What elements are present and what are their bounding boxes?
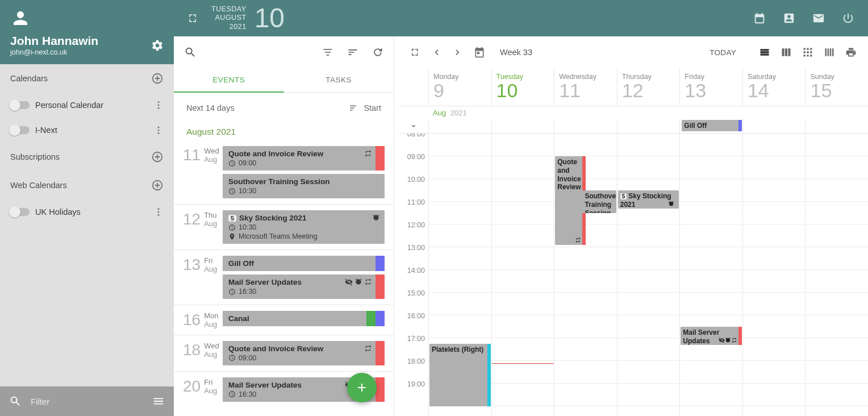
day-column[interactable]: Quote and Invoice ReviewSouthover Traini… bbox=[554, 134, 617, 416]
calendar-event[interactable]: Quote and Invoice Review bbox=[555, 156, 586, 245]
allday-cell[interactable] bbox=[742, 119, 806, 133]
hour-label: 13:00 bbox=[399, 244, 428, 267]
event-title: Quote and Invoice Review bbox=[228, 344, 372, 353]
sort-button[interactable]: Start bbox=[349, 103, 381, 113]
topbar-dayname: TUESDAY bbox=[211, 5, 247, 14]
user-name: John Hannawin bbox=[10, 34, 98, 47]
agenda-day: 16MonAugCanal bbox=[174, 305, 394, 335]
more-icon[interactable] bbox=[153, 100, 164, 110]
day-number: 13 bbox=[183, 257, 201, 273]
agenda-event[interactable]: Canal bbox=[223, 311, 385, 326]
next-week-icon[interactable] bbox=[452, 47, 464, 58]
day-column[interactable]: Mail Server Updates bbox=[679, 134, 742, 416]
settings-icon[interactable] bbox=[151, 39, 164, 52]
calendar-event[interactable]: 5Sky Stocking 2021 bbox=[618, 190, 679, 209]
calendar-event[interactable]: Platelets (Right) bbox=[429, 344, 491, 406]
hour-label: 10:00 bbox=[399, 176, 428, 198]
hour-label: 12:00 bbox=[399, 221, 428, 244]
search-icon[interactable] bbox=[9, 395, 22, 407]
add-event-fab[interactable] bbox=[347, 373, 377, 402]
view-multi-icon[interactable] bbox=[824, 47, 835, 58]
allday-event[interactable]: Gill Off bbox=[682, 120, 742, 131]
toggle-switch[interactable] bbox=[9, 206, 30, 218]
allday-cell[interactable] bbox=[617, 119, 680, 133]
section-subscriptions[interactable]: Subscriptions bbox=[6, 143, 168, 171]
agenda-event[interactable]: 5Sky Stocking 2021 10:30 Microsoft Teams… bbox=[223, 210, 385, 244]
allday-cell[interactable] bbox=[428, 119, 491, 133]
allday-cell[interactable]: Gill Off bbox=[679, 119, 742, 133]
toggle-switch[interactable] bbox=[9, 99, 30, 111]
calendar-event[interactable]: Southover Training Session bbox=[582, 190, 616, 213]
today-icon[interactable] bbox=[474, 47, 485, 58]
agenda-event[interactable]: Quote and Invoice Review 09:00 bbox=[223, 341, 385, 365]
contacts-app-icon[interactable] bbox=[783, 12, 795, 24]
agenda-event[interactable]: Mail Server Updates 16:30 bbox=[223, 274, 385, 299]
sort-icon[interactable] bbox=[347, 47, 358, 58]
calendar-item-personal: Personal Calendar bbox=[6, 93, 168, 118]
add-webcalendar-icon[interactable] bbox=[151, 179, 164, 192]
day-header[interactable]: Saturday14 bbox=[742, 68, 806, 106]
agenda-event[interactable]: Gill Off bbox=[223, 256, 385, 271]
agenda-day: 13FriAugGill OffMail Server Updates 16:3… bbox=[174, 249, 394, 305]
tab-events[interactable]: EVENTS bbox=[174, 68, 284, 93]
day-number: 11 bbox=[183, 147, 201, 163]
fullscreen-icon[interactable] bbox=[187, 13, 199, 24]
fullscreen-icon[interactable] bbox=[410, 47, 420, 57]
allday-cell[interactable] bbox=[805, 119, 868, 133]
view-week-icon[interactable] bbox=[781, 47, 792, 58]
prev-week-icon[interactable] bbox=[431, 47, 442, 58]
add-subscription-icon[interactable] bbox=[151, 151, 164, 163]
agenda-event[interactable]: Southover Training Session 10:30 bbox=[223, 174, 385, 198]
mail-app-icon[interactable] bbox=[812, 12, 825, 24]
tab-tasks[interactable]: TASKS bbox=[284, 68, 394, 92]
day-header[interactable]: Monday9 bbox=[428, 68, 491, 106]
day-header[interactable]: Tuesday10 bbox=[491, 68, 554, 106]
search-icon[interactable] bbox=[184, 46, 197, 59]
day-column[interactable]: 5Sky Stocking 2021 bbox=[617, 134, 680, 416]
more-icon[interactable] bbox=[153, 207, 164, 217]
sidebar: John Hannawin john@i-next.co.uk Calendar… bbox=[0, 0, 174, 416]
day-header[interactable]: Friday13 bbox=[679, 68, 742, 106]
day-number: 12 bbox=[183, 211, 201, 227]
view-agenda-icon[interactable] bbox=[759, 47, 770, 58]
day-header[interactable]: Sunday15 bbox=[805, 68, 868, 106]
calendar-panel: Week 33 TODAY Monday9Tuesday10Wednesday1… bbox=[399, 36, 868, 416]
allday-cell[interactable] bbox=[554, 119, 617, 133]
hour-label: 11:00 bbox=[399, 198, 428, 221]
topbar: TUESDAY AUGUST 2021 10 bbox=[174, 0, 868, 36]
power-icon[interactable] bbox=[842, 12, 854, 24]
today-button[interactable]: TODAY bbox=[710, 48, 736, 57]
more-icon[interactable] bbox=[153, 125, 164, 135]
refresh-icon[interactable] bbox=[372, 47, 383, 58]
day-column[interactable] bbox=[742, 134, 806, 416]
view-month-icon[interactable] bbox=[802, 47, 813, 58]
event-location: Microsoft Teams Meeting bbox=[228, 232, 380, 240]
event-time: 16:30 bbox=[228, 288, 372, 296]
day-column[interactable]: Platelets (Right) bbox=[428, 134, 491, 416]
print-icon[interactable] bbox=[845, 47, 857, 58]
day-column[interactable] bbox=[491, 134, 554, 416]
agenda-day: 11WedAugQuote and Invoice Review 09:00So… bbox=[174, 140, 394, 204]
day-number: 18 bbox=[183, 342, 201, 358]
filter-icon[interactable] bbox=[322, 47, 333, 58]
hour-label: 17:00 bbox=[399, 335, 428, 357]
filter-input[interactable] bbox=[30, 396, 152, 407]
day-header[interactable]: Wednesday11 bbox=[554, 68, 617, 106]
agenda-day: 18WedAugQuote and Invoice Review 09:00 bbox=[174, 335, 394, 371]
agenda-event[interactable]: Quote and Invoice Review 09:00 bbox=[223, 146, 385, 170]
calendar-app-icon[interactable] bbox=[753, 12, 766, 24]
sidebar-header: John Hannawin john@i-next.co.uk bbox=[0, 0, 174, 64]
allday-cell[interactable] bbox=[491, 119, 554, 133]
hour-label: 16:00 bbox=[399, 312, 428, 335]
calendar-event[interactable]: Mail Server Updates bbox=[681, 327, 742, 345]
expand-allday-icon[interactable] bbox=[399, 119, 428, 133]
toggle-switch[interactable] bbox=[9, 124, 30, 136]
add-calendar-icon[interactable] bbox=[151, 72, 164, 85]
menu-icon[interactable] bbox=[152, 395, 165, 407]
hour-label: 14:00 bbox=[399, 267, 428, 289]
section-calendars[interactable]: Calendars bbox=[6, 64, 168, 93]
day-header[interactable]: Thursday12 bbox=[617, 68, 680, 106]
section-webcalendars[interactable]: Web Calendars bbox=[6, 171, 168, 199]
day-column[interactable] bbox=[805, 134, 868, 416]
event-title: 5Sky Stocking 2021 bbox=[228, 214, 380, 222]
